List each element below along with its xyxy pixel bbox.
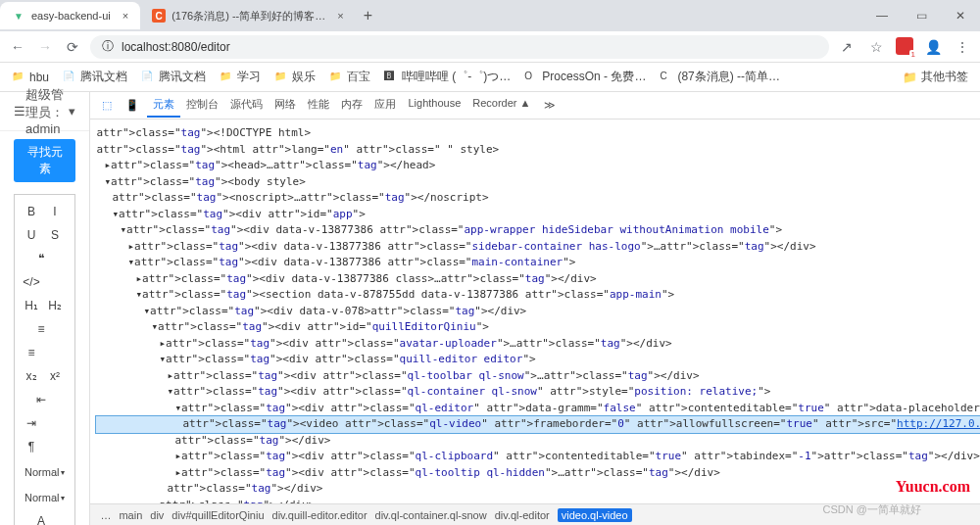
devtools-tab[interactable]: 网络 [269,93,302,118]
dom-node[interactable]: attr">class="tag"></div> [96,433,980,450]
bookmark-item[interactable]: 📁百宝 [329,69,370,85]
toolbar-select[interactable]: Normal [21,487,69,508]
toolbar-button[interactable]: H₂ [44,295,66,316]
dom-node[interactable]: ▾attr">class="tag"><div attr">id="quillE… [96,319,980,336]
dom-node[interactable]: ▸attr">class="tag"><div attr">class="ql-… [96,465,980,482]
more-tabs[interactable]: ≫ [538,95,562,116]
find-element-button[interactable]: 寻找元素 [14,139,75,182]
dom-node[interactable]: ▸attr">class="tag"><div attr">class="ql-… [96,368,980,385]
url-field[interactable]: ⓘ localhost:8080/editor [90,35,829,59]
dom-node[interactable]: attr">class="tag"><video attr">class="ql… [96,416,980,433]
breadcrumb-item[interactable]: div [150,509,164,521]
menu-icon[interactable]: ☰ [14,104,25,119]
folder-icon: 📁 [274,71,288,84]
close-icon[interactable]: × [337,10,343,22]
breadcrumb-item[interactable]: video.ql-video [558,508,632,522]
dom-node[interactable]: attr">class="tag"><html attr">lang="en" … [96,142,980,159]
devtools-tab[interactable]: 性能 [302,93,335,118]
dom-node[interactable]: ▾attr">class="tag"><div data-v-078>attr"… [96,304,980,320]
reload-button[interactable]: ⟳ [63,37,82,57]
breadcrumb-item[interactable]: div.ql-editor [495,509,550,521]
toolbar-button[interactable]: ≡ [21,342,42,363]
bookmark-item[interactable]: 📁娱乐 [274,69,316,85]
other-bookmarks[interactable]: 📁 其他书签 [903,69,968,85]
dom-node[interactable]: ▸attr">class="tag"><div attr">class="ql-… [96,449,980,465]
toolbar-button[interactable]: ¶ [21,436,42,457]
bookmark-item[interactable]: 📁hbu [12,69,49,85]
url-text: localhost:8080/editor [122,40,230,54]
devtools-tab[interactable]: 控制台 [180,93,224,118]
bookmark-item[interactable]: 🅱哔哩哔哩 (゜-゜)つ… [384,69,511,85]
close-button[interactable]: ✕ [941,0,980,31]
bookmark-item[interactable]: 📄腾讯文档 [141,69,206,85]
star-icon[interactable]: ☆ [866,37,886,57]
close-icon[interactable]: × [122,10,128,22]
toolbar-button[interactable]: B [21,201,42,222]
site-info-icon[interactable]: ⓘ [102,38,114,55]
dom-node[interactable]: ▾attr">class="tag"><div attr">class="ql-… [96,401,980,417]
inspect-icon[interactable]: ⬚ [96,95,118,116]
toolbar-button[interactable]: ⇥ [21,412,42,434]
devtools-tab[interactable]: 元素 [147,93,180,118]
toolbar-select[interactable]: Normal [21,461,69,483]
share-icon[interactable]: ↗ [837,37,857,57]
bookmark-item[interactable]: OProcessOn - 免费… [524,69,646,85]
devtools-tab[interactable]: 应用 [368,93,402,118]
dom-node[interactable]: ▸attr">class="tag"><div attr">class="ava… [96,336,980,353]
window-controls: — ▭ ✕ [862,0,980,31]
toolbar-button[interactable]: </> [21,271,42,293]
breadcrumb-item[interactable]: div.quill-editor.editor [272,509,368,521]
maximize-button[interactable]: ▭ [902,0,941,31]
dom-node[interactable]: attr">class="tag"><noscript>…attr">class… [96,190,980,207]
toolbar-button[interactable]: ⇤ [30,389,52,410]
toolbar-button[interactable]: ≡ [30,318,52,340]
window-titlebar: ▼ easy-backend-ui × C (176条消息) --简单到好的博客… [0,0,980,31]
devtools-tab[interactable]: Recorder ▲ [466,93,536,118]
dom-node[interactable]: attr">class="tag"></div> [96,481,980,498]
new-tab-button[interactable]: + [356,7,380,24]
dom-node[interactable]: ▾attr">class="tag"><div data-v-13877386 … [96,255,980,271]
toolbar-button[interactable]: x₂ [21,365,42,387]
toolbar-button[interactable]: A [30,510,52,525]
dom-node[interactable]: ▾attr">class="tag"><div attr">id="app"> [96,207,980,223]
devtools-tab[interactable]: 内存 [335,93,368,118]
bookmark-item[interactable]: C(87条消息) --简单… [660,69,780,85]
toolbar-button[interactable]: H₁ [21,295,42,316]
dom-node[interactable]: ▸attr">class="tag"><div data-v-13877386 … [96,239,980,256]
dom-node[interactable]: ▾attr">class="tag"><body style> [96,174,980,191]
devtools-tab[interactable]: 源代码 [224,93,269,118]
extension-icon[interactable]: 1 [896,37,913,55]
breadcrumb-item[interactable]: … [100,509,111,521]
menu-icon[interactable]: ⋮ [953,37,972,57]
dom-node[interactable]: ▾attr">class="tag"><div attr">class="qui… [96,352,980,368]
toolbar-button[interactable]: U [21,224,42,246]
dom-node[interactable]: ▾attr">class="tag"><div attr">class="ql-… [96,384,980,401]
bookmark-item[interactable]: 📄腾讯文档 [63,69,127,85]
dropdown-icon[interactable]: ▾ [69,104,75,119]
minimize-button[interactable]: — [862,0,902,31]
dom-node[interactable]: ▾attr">class="tag"><section data-v-87875… [96,287,980,304]
breadcrumb-item[interactable]: main [119,509,142,521]
breadcrumb-item[interactable]: div#quillEditorQiniu [172,509,264,521]
browser-tab[interactable]: C (176条消息) --简单到好的博客… × [140,2,356,29]
editor-toolbar: BIUS❝</>H₁H₂≡≡x₂x²⇤⇥¶NormalNormalA█Sans … [15,195,74,525]
breadcrumb-item[interactable]: div.ql-container.ql-snow [375,509,487,521]
favicon: 📄 [141,71,155,84]
device-icon[interactable]: 📱 [120,95,145,116]
dom-node[interactable]: ▸attr">class="tag"><head>…attr">class="t… [96,158,980,174]
toolbar-button[interactable]: x² [44,365,66,387]
dom-tree[interactable]: attr">class="tag"><!DOCTYPE html>attr">c… [90,119,980,503]
bookmark-item[interactable]: 📁学习 [220,69,261,85]
forward-button[interactable]: → [35,37,55,57]
dom-node[interactable]: ▸attr">class="tag"><div data-v-13877386 … [96,271,980,288]
dom-node[interactable]: ▾attr">class="tag"><div data-v-13877386 … [96,222,980,239]
dom-node[interactable]: attr">class="tag"><!DOCTYPE html> [96,125,980,142]
profile-icon[interactable]: 👤 [923,37,943,57]
back-button[interactable]: ← [8,37,27,57]
devtools-tab[interactable]: Lighthouse [402,93,466,118]
browser-tab-active[interactable]: ▼ easy-backend-ui × [0,2,140,29]
dom-breadcrumb[interactable]: … main div div#quillEditorQiniu div.quil… [90,503,980,525]
toolbar-button[interactable]: I [44,201,66,222]
toolbar-button[interactable]: S [44,224,66,246]
toolbar-button[interactable]: ❝ [30,248,52,269]
